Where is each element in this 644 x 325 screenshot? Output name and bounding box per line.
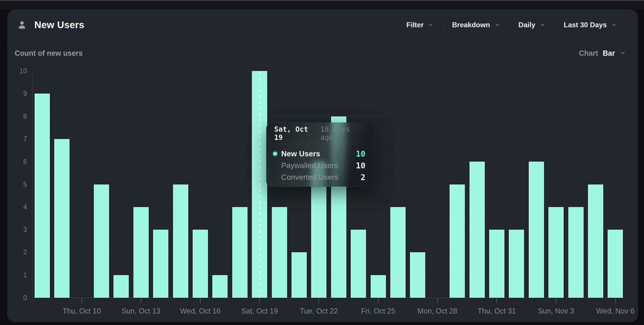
tooltip-row-label: Paywalled Users — [281, 161, 356, 170]
chart-bar-oct-26[interactable] — [390, 207, 406, 298]
x-axis-tick — [556, 298, 556, 303]
chevron-down-icon — [428, 22, 434, 28]
y-axis-label: 3 — [8, 226, 27, 234]
analytics-dashboard: New Users FilterBreakdownDailyLast 30 Da… — [0, 0, 644, 325]
chevron-down-icon — [611, 22, 617, 28]
chart-bar-oct-18[interactable] — [232, 207, 248, 298]
y-axis-label: 9 — [8, 89, 27, 98]
page-title: New Users — [34, 19, 84, 31]
tooltip-row-new-users: New Users10 — [274, 148, 367, 160]
chart-bar-nov-3[interactable] — [548, 207, 564, 298]
chevron-down-icon — [539, 22, 546, 28]
dropdown-last-30-days[interactable]: Last 30 Days — [555, 21, 626, 29]
y-axis-label: 8 — [8, 112, 27, 121]
tooltip-row-label: Converted Users — [281, 173, 361, 182]
x-axis-tick — [437, 298, 438, 303]
chart-select-label: Chart — [579, 49, 598, 57]
x-axis-tick — [496, 298, 497, 303]
dropdown-label: Last 30 Days — [564, 21, 607, 29]
tooltip-date: Sat, Oct 19 — [274, 125, 321, 142]
chart-bar-nov-5[interactable] — [588, 184, 603, 298]
tooltip-row-value: 2 — [361, 173, 367, 182]
chart-tooltip: Sat, Oct 19 18 days ago New Users10Paywa… — [266, 123, 374, 187]
y-axis-label: 0 — [8, 294, 27, 302]
chart-bar-oct-9[interactable] — [54, 139, 70, 298]
chart-bar-oct-30[interactable] — [470, 162, 485, 298]
tooltip-row-paywalled-users: Paywalled Users10 — [274, 160, 367, 171]
y-axis-label: 10 — [8, 67, 27, 75]
chart-bar-nov-1[interactable] — [509, 230, 524, 298]
y-axis-line — [32, 71, 33, 298]
x-axis-tick — [259, 298, 260, 303]
chart-bar-oct-20[interactable] — [272, 207, 287, 298]
window-topbar — [0, 1, 644, 10]
chart-bar-oct-29[interactable] — [450, 184, 465, 298]
y-axis-label: 1 — [8, 271, 27, 279]
chevron-down-icon — [494, 22, 501, 28]
chart-bar-oct-16[interactable] — [193, 230, 208, 298]
panel-header: New Users FilterBreakdownDailyLast 30 Da… — [7, 10, 638, 40]
tooltip-rows: New Users10Paywalled Users10Converted Us… — [267, 144, 374, 183]
tooltip-relative-time: 18 days ago — [321, 125, 367, 142]
metric-label: Count of new users — [15, 49, 83, 57]
chart-subheader: Count of new users Chart Bar — [7, 40, 638, 66]
y-axis-label: 6 — [8, 158, 27, 166]
x-axis-tick — [378, 298, 379, 303]
tooltip-row-value: 10 — [356, 149, 367, 158]
chart-bar-oct-14[interactable] — [153, 230, 168, 298]
x-axis-tick — [615, 298, 616, 303]
user-icon — [17, 20, 27, 30]
chart-bar-oct-12[interactable] — [113, 275, 129, 298]
chart-bar-oct-31[interactable] — [489, 230, 504, 298]
chart-bar-oct-17[interactable] — [212, 275, 228, 298]
chart-bar-oct-13[interactable] — [133, 207, 149, 298]
dropdown-label: Daily — [518, 21, 535, 29]
dropdown-filter[interactable]: Filter — [398, 21, 443, 29]
chart-bar-oct-25[interactable] — [371, 275, 386, 298]
gridline-y10 — [32, 71, 625, 71]
chart-bar-oct-15[interactable] — [173, 184, 188, 298]
chart-select-value: Bar — [603, 49, 615, 57]
header-controls: FilterBreakdownDailyLast 30 Days — [397, 19, 638, 31]
panel-title-group: New Users — [7, 19, 84, 31]
tooltip-header: Sat, Oct 19 18 days ago — [268, 123, 373, 144]
tooltip-row-label: New Users — [281, 149, 356, 158]
chart-bar-oct-21[interactable] — [292, 252, 307, 298]
y-axis-label: 5 — [8, 180, 27, 189]
chart-bar-oct-27[interactable] — [410, 252, 425, 298]
y-axis-label: 2 — [8, 248, 27, 256]
x-axis-tick — [141, 298, 141, 303]
chart-bar-oct-11[interactable] — [94, 184, 109, 298]
tooltip-row-value: 10 — [356, 161, 367, 170]
series-dot-icon — [273, 152, 277, 156]
tooltip-row-converted-users: Converted Users2 — [274, 171, 367, 183]
gridline-y9 — [32, 94, 625, 94]
chart-bar-oct-19[interactable] — [252, 71, 267, 298]
gridline-y8 — [32, 116, 625, 116]
x-axis-tick — [200, 298, 201, 303]
chart-type-select[interactable]: Chart Bar — [579, 49, 626, 57]
x-axis-tick — [318, 298, 319, 303]
dropdown-label: Breakdown — [452, 21, 490, 29]
dropdown-breakdown[interactable]: Breakdown — [443, 21, 509, 29]
x-axis-tick — [82, 298, 82, 303]
dropdown-daily[interactable]: Daily — [510, 21, 555, 29]
dropdown-label: Filter — [406, 21, 424, 29]
chart-bar-oct-8[interactable] — [35, 94, 50, 298]
chevron-down-icon — [620, 50, 626, 56]
chart-bar-nov-2[interactable] — [529, 162, 544, 298]
chart-bar-nov-6[interactable] — [608, 230, 623, 298]
chart-bar-oct-24[interactable] — [351, 230, 366, 298]
chart-bar-nov-4[interactable] — [568, 207, 584, 298]
x-axis-label: Wed, Nov 6 — [580, 307, 644, 315]
hover-dashed-line — [259, 72, 260, 298]
y-axis-label: 4 — [8, 203, 27, 211]
y-axis-label: 7 — [8, 135, 27, 143]
